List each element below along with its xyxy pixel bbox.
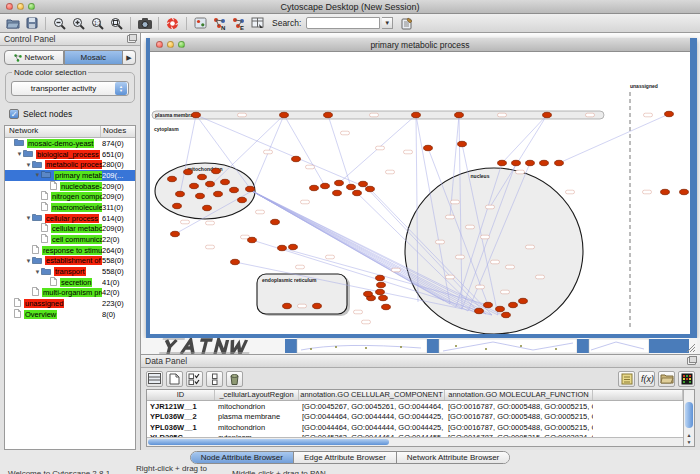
node-label-chip xyxy=(456,255,465,259)
tree-row[interactable]: macromolecule311(0) xyxy=(5,202,135,213)
matrix-icon[interactable] xyxy=(678,371,695,387)
node-label-chip xyxy=(354,310,363,314)
scroll-up-icon[interactable]: ▲ xyxy=(684,432,694,438)
tree-expander-icon[interactable]: ▼ xyxy=(25,258,32,264)
node-color-selection-legend: Node color selection xyxy=(12,68,88,77)
tree-row[interactable]: unassigned223(0) xyxy=(5,298,135,309)
table-cell: YJR121W__1 xyxy=(147,402,215,411)
unselect-attributes-icon[interactable] xyxy=(206,371,223,387)
folder-icon xyxy=(32,256,42,266)
network-node xyxy=(379,295,388,300)
network-node xyxy=(292,156,301,161)
tree-row-label: primary metabo xyxy=(54,171,102,180)
zoom-out-icon[interactable] xyxy=(51,15,68,31)
table-horizontal-scrollbar[interactable] xyxy=(147,437,683,446)
table-row[interactable]: YPL036W__2plasma membrane[GO:0044464, GO… xyxy=(147,412,683,423)
select-nodes-checkbox[interactable]: ✓ xyxy=(9,109,19,119)
tree-expander-icon[interactable]: ▼ xyxy=(25,215,32,221)
search-dropdown-icon[interactable]: ▼ xyxy=(382,17,393,29)
save-icon[interactable] xyxy=(23,15,40,31)
search-input[interactable] xyxy=(306,17,380,29)
camera-icon[interactable] xyxy=(136,15,153,31)
import-attributes-icon[interactable] xyxy=(658,371,675,387)
open-icon[interactable] xyxy=(4,15,21,31)
tab-network-attribute-browser[interactable]: Network Attribute Browser xyxy=(397,452,509,463)
network-node xyxy=(335,180,344,185)
tree-row-node-count: 264(0) xyxy=(102,246,135,255)
new-attribute-icon[interactable] xyxy=(166,371,183,387)
tree-row[interactable]: ▼cellular process614(0) xyxy=(5,213,135,224)
import-table-icon[interactable] xyxy=(249,15,266,31)
tree-row[interactable]: ▼metabolic process280(0) xyxy=(5,159,135,170)
tab-mosaic[interactable]: Mosaic xyxy=(64,50,124,65)
network-node xyxy=(475,308,484,313)
float-panel-icon[interactable] xyxy=(127,35,136,43)
tree-row[interactable]: multi-organism pro42(0) xyxy=(5,288,135,299)
help-icon[interactable] xyxy=(164,15,181,31)
tree-row-label: biological_process xyxy=(36,150,100,159)
network-node xyxy=(519,298,528,303)
tab-network[interactable]: Network xyxy=(4,50,64,65)
table-vertical-scrollbar[interactable]: ▲ ▼ xyxy=(683,390,694,446)
zoom-one-to-one-icon[interactable]: 1:1 xyxy=(89,15,106,31)
select-attributes-icon[interactable] xyxy=(186,371,203,387)
annotation-icon[interactable] xyxy=(192,15,209,31)
tree-expander-icon[interactable]: ▼ xyxy=(34,269,41,275)
tree-row[interactable]: ▼primary metabo209(... xyxy=(5,170,135,181)
tree-row[interactable]: ▼transport558(0) xyxy=(5,266,135,277)
tree-row[interactable]: secretion41(0) xyxy=(5,277,135,288)
table-row[interactable]: YJR121W__1mitochondrion[GO:0045267, GO:0… xyxy=(147,401,683,412)
tree-row-label: cellular process xyxy=(45,214,99,223)
tree-row[interactable]: ▼biological_process651(0) xyxy=(5,149,135,160)
folder-icon xyxy=(41,170,51,180)
node-label-chip xyxy=(404,150,413,154)
tab-overflow-icon[interactable]: ▶ xyxy=(123,50,136,65)
tree-row[interactable]: cell communicat22(0) xyxy=(5,234,135,245)
delete-attribute-icon[interactable] xyxy=(226,371,243,387)
scroll-down-icon[interactable]: ▼ xyxy=(684,439,694,445)
tree-row[interactable]: mosaic-demo-yeast874(0) xyxy=(5,138,135,149)
network-canvas[interactable]: plasma membranecytoplasmmitochondrionnuc… xyxy=(150,52,690,334)
tree-row-node-count: 558(0) xyxy=(102,267,135,276)
network-view-titlebar[interactable]: primary metabolic process xyxy=(150,38,690,52)
tree-expander-icon[interactable]: ▼ xyxy=(34,172,41,178)
network-view-frame[interactable]: primary metabolic process plasma membran… xyxy=(146,38,697,338)
tree-row[interactable]: cellular metabo209(0) xyxy=(5,224,135,235)
table-row[interactable]: YPL036W__1mitochondrion[GO:0044464, GO:0… xyxy=(147,422,683,433)
tree-row[interactable]: ▼establishment of lo558(0) xyxy=(5,256,135,267)
network-node xyxy=(171,231,180,236)
float-data-panel-icon[interactable] xyxy=(687,357,696,365)
tree-row[interactable]: Overview8(0) xyxy=(5,309,135,320)
tree-row[interactable]: response to stimulu264(0) xyxy=(5,245,135,256)
zoom-fit-icon[interactable] xyxy=(108,15,125,31)
table-column-header[interactable]: annotation.GO MOLECULAR_FUNCTION xyxy=(445,390,593,400)
formula-icon[interactable]: f(x) xyxy=(638,371,655,387)
network-node xyxy=(555,160,564,165)
attribute-table-header[interactable]: ID_cellularLayoutRegionannotation.GO CEL… xyxy=(147,390,683,401)
tree-expander-icon[interactable]: ▼ xyxy=(25,162,32,168)
table-column-header[interactable]: annotation.GO CELLULAR_COMPONENT xyxy=(299,390,445,400)
node-label-chip xyxy=(376,146,385,150)
tree-row[interactable]: nucleobase-209(0) xyxy=(5,181,135,192)
tree-expander-icon[interactable]: ▼ xyxy=(16,151,23,157)
network-node xyxy=(359,181,368,186)
table-cell: [GO:0045267, GO:0045261, GO:0044464, G..… xyxy=(299,402,445,411)
network-tree-header[interactable]: Network Nodes xyxy=(5,126,135,138)
vizmap-network-icon[interactable]: N xyxy=(211,15,228,31)
table-column-header[interactable]: ID xyxy=(147,390,215,400)
tree-row-node-count: 209(... xyxy=(102,171,135,180)
tree-row-node-count: 558(0) xyxy=(102,256,135,265)
tab-edge-attribute-browser[interactable]: Edge Attribute Browser xyxy=(294,452,397,463)
network-node xyxy=(278,245,287,250)
table-column-header[interactable]: _cellularLayoutRegion xyxy=(215,390,299,400)
tree-row-label: cellular metabo xyxy=(51,224,102,233)
attribute-notes-icon[interactable] xyxy=(618,371,635,387)
node-color-select[interactable]: transporter activity ▲▼ xyxy=(11,81,129,96)
tab-node-attribute-browser[interactable]: Node Attribute Browser xyxy=(191,452,294,463)
attribute-batch-icon[interactable] xyxy=(398,15,415,31)
tree-col-nodes: Nodes xyxy=(101,126,135,137)
edit-network-icon[interactable]: E xyxy=(230,15,247,31)
tree-row[interactable]: nitrogen compo209(0) xyxy=(5,191,135,202)
zoom-in-icon[interactable] xyxy=(70,15,87,31)
attribute-table-icon[interactable] xyxy=(146,371,163,387)
